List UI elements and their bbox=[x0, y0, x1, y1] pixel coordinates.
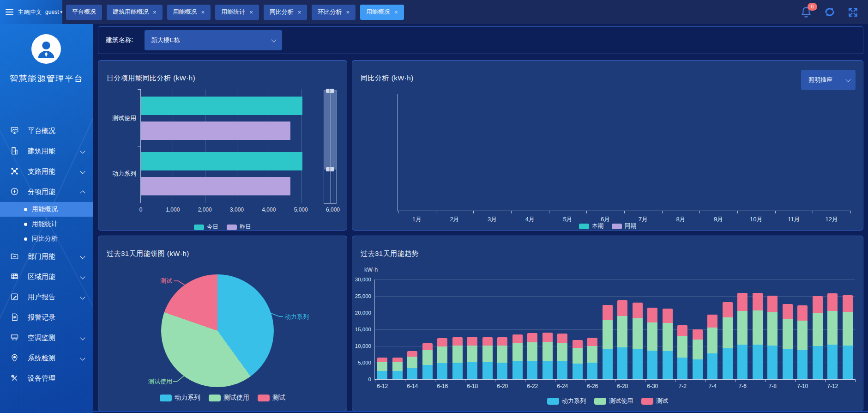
legend-item-测试使用[interactable]: 测试使用 bbox=[594, 397, 633, 405]
stacked-bar-6-19[interactable] bbox=[482, 337, 493, 379]
sidebar-item-设备管理[interactable]: 设备管理 bbox=[0, 368, 93, 389]
app-title: 智慧能源管理平台 bbox=[0, 73, 93, 84]
stacked-bar-6-30[interactable] bbox=[647, 308, 657, 379]
tab-close-icon[interactable]: × bbox=[298, 9, 301, 15]
hamburger-menu-icon[interactable] bbox=[6, 9, 13, 15]
legend-item-同期[interactable]: 同期 bbox=[612, 222, 636, 230]
segment-测试 bbox=[512, 334, 523, 343]
sidebar-item-支路用能[interactable]: 支路用能 bbox=[0, 161, 93, 182]
x-axis-tick-label: 7-2 bbox=[679, 383, 687, 389]
stacked-bar-6-27[interactable] bbox=[603, 305, 613, 379]
tab-close-icon[interactable]: × bbox=[346, 9, 350, 15]
stacked-bar-6-15[interactable] bbox=[422, 343, 433, 379]
sidebar-item-空调监测[interactable]: 空调监测 bbox=[0, 328, 93, 348]
sidebar-item-区域用能[interactable]: 区域用能 bbox=[0, 267, 93, 287]
legend-item-动力系列[interactable]: 动力系列 bbox=[160, 394, 200, 402]
stacked-bar-7-8[interactable] bbox=[767, 296, 778, 379]
datazoom-selected-range[interactable] bbox=[324, 91, 336, 170]
legend-item-动力系列[interactable]: 动力系列 bbox=[547, 397, 586, 405]
datazoom-handle-top[interactable] bbox=[326, 89, 334, 93]
datazoom-handle-bottom[interactable] bbox=[326, 167, 334, 171]
notifications-bell-icon[interactable]: 0 bbox=[800, 6, 812, 18]
legend-item-昨日[interactable]: 昨日 bbox=[227, 223, 251, 231]
stacked-bar-6-12[interactable] bbox=[377, 358, 387, 379]
stacked-bar-7-5[interactable] bbox=[723, 302, 733, 379]
stacked-bar-7-2[interactable] bbox=[677, 325, 687, 379]
fullscreen-icon[interactable] bbox=[847, 6, 859, 18]
segment-测试使用 bbox=[617, 316, 627, 347]
stacked-bar-6-22[interactable] bbox=[527, 333, 537, 379]
stacked-bar-6-23[interactable] bbox=[542, 333, 553, 379]
legend-item-今日[interactable]: 今日 bbox=[194, 223, 218, 231]
stacked-bar-7-9[interactable] bbox=[783, 304, 793, 379]
stacked-bar-6-16[interactable] bbox=[437, 338, 447, 379]
tab-用能概况[interactable]: 用能概况× bbox=[167, 5, 211, 20]
stacked-bar-7-6[interactable] bbox=[737, 293, 747, 379]
stacked-bar-6-24[interactable] bbox=[557, 334, 567, 379]
sidebar-item-建筑用能[interactable]: 建筑用能 bbox=[0, 141, 93, 161]
theme-language-switch[interactable]: 主题|中文 bbox=[18, 8, 42, 16]
stacked-bar-6-28[interactable] bbox=[617, 300, 627, 379]
tab-close-icon[interactable]: × bbox=[201, 9, 205, 15]
refresh-icon[interactable] bbox=[823, 6, 836, 18]
category-select[interactable]: 照明插座 bbox=[801, 70, 856, 90]
stacked-bar-7-4[interactable] bbox=[707, 315, 717, 379]
stacked-bar-7-1[interactable] bbox=[663, 309, 673, 379]
sidebar-item-用户报告[interactable]: 用户报告 bbox=[0, 287, 93, 307]
y-axis-tick-label: 0 bbox=[368, 377, 371, 382]
pie-chart[interactable] bbox=[161, 274, 274, 387]
avatar[interactable] bbox=[31, 34, 61, 64]
segment-动力系列 bbox=[647, 351, 657, 379]
stacked-bar-6-25[interactable] bbox=[573, 340, 583, 379]
legend-swatch bbox=[579, 224, 589, 229]
x-axis-tick bbox=[855, 379, 856, 382]
stacked-bar-6-21[interactable] bbox=[512, 334, 523, 379]
stacked-bar-6-13[interactable] bbox=[392, 358, 403, 379]
bar-昨日-动力系列[interactable] bbox=[141, 177, 290, 195]
stacked-bar-6-20[interactable] bbox=[497, 337, 507, 379]
tab-环比分析[interactable]: 环比分析× bbox=[312, 5, 356, 20]
user-menu[interactable]: guest ▾ bbox=[45, 9, 62, 15]
bar-昨日-测试使用[interactable] bbox=[141, 121, 290, 140]
bar-今日-动力系列[interactable] bbox=[141, 152, 302, 170]
sidebar-subitem-用能概况[interactable]: 用能概况 bbox=[0, 202, 93, 217]
tab-close-icon[interactable]: × bbox=[249, 9, 253, 15]
stacked-bar-6-29[interactable] bbox=[633, 303, 643, 379]
segment-测试 bbox=[587, 338, 597, 346]
stacked-bar-7-12[interactable] bbox=[827, 293, 838, 379]
bar-今日-测试使用[interactable] bbox=[141, 97, 302, 115]
stacked-bar-7-11[interactable] bbox=[813, 296, 823, 379]
stacked-bar-6-18[interactable] bbox=[467, 337, 477, 379]
tab-同比分析[interactable]: 同比分析× bbox=[264, 5, 307, 20]
sidebar-item-分项用能[interactable]: 分项用能 bbox=[0, 182, 93, 202]
tab-用能概况[interactable]: 用能概况× bbox=[360, 5, 404, 20]
stacked-bar-6-14[interactable] bbox=[407, 351, 417, 379]
tab-用能统计[interactable]: 用能统计× bbox=[215, 5, 259, 20]
sidebar-item-label: 平台概况 bbox=[28, 127, 55, 135]
legend-item-测试[interactable]: 测试 bbox=[258, 394, 285, 402]
building-select[interactable]: 新大楼E栋 bbox=[145, 30, 282, 50]
tab-建筑用能概况[interactable]: 建筑用能概况× bbox=[107, 5, 163, 20]
stacked-bar-6-26[interactable] bbox=[587, 338, 597, 379]
stacked-bar-7-13[interactable] bbox=[843, 295, 853, 379]
stacked-bar-7-7[interactable] bbox=[753, 293, 763, 379]
sidebar-item-报警记录[interactable]: 报警记录 bbox=[0, 307, 93, 328]
legend-item-测试使用[interactable]: 测试使用 bbox=[209, 394, 249, 402]
tab-close-icon[interactable]: × bbox=[153, 9, 157, 15]
sidebar-item-部门用能[interactable]: 部门用能 bbox=[0, 246, 93, 267]
sidebar-item-系统检测[interactable]: 系统检测 bbox=[0, 348, 93, 368]
sidebar-item-平台概况[interactable]: 平台概况 bbox=[0, 121, 93, 141]
sidebar-subitem-用能统计[interactable]: 用能统计 bbox=[0, 217, 93, 231]
panel-title: 过去31天用能饼图 (kW·h) bbox=[107, 249, 189, 258]
segment-测试 bbox=[527, 333, 537, 342]
datazoom-slider[interactable] bbox=[324, 90, 337, 204]
stacked-bar-6-17[interactable] bbox=[452, 337, 463, 379]
legend-item-测试[interactable]: 测试 bbox=[641, 397, 668, 405]
tab-close-icon[interactable]: × bbox=[394, 9, 398, 15]
stacked-bar-7-3[interactable] bbox=[693, 329, 703, 379]
stacked-bar-7-10[interactable] bbox=[797, 305, 808, 379]
sidebar-subitem-同比分析[interactable]: 同比分析 bbox=[0, 231, 93, 246]
legend-item-本期[interactable]: 本期 bbox=[579, 222, 603, 230]
x-axis-tick bbox=[398, 211, 398, 213]
tab-平台概况[interactable]: 平台概况 bbox=[66, 5, 102, 20]
